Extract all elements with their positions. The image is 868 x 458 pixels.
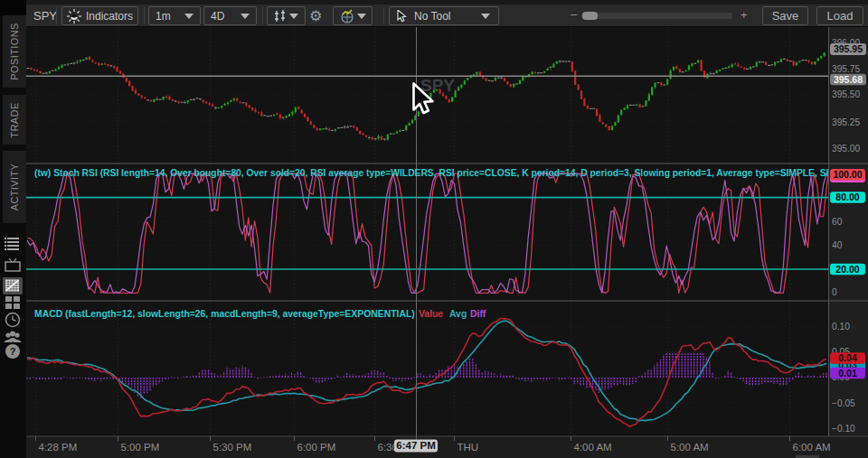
svg-text:0: 0 (832, 287, 837, 297)
svg-text:(tw) Stoch RSI (RSI length=14,: (tw) Stoch RSI (RSI length=14, Over boug… (34, 168, 837, 178)
svg-text:6:47 PM: 6:47 PM (396, 440, 435, 451)
svg-text:395.00: 395.00 (832, 144, 860, 154)
svg-text:Avg: Avg (449, 309, 467, 319)
svg-text:395.68: 395.68 (834, 74, 863, 85)
svg-text:395.95: 395.95 (834, 43, 863, 54)
svg-text:60: 60 (832, 217, 843, 227)
svg-text:4:28 PM: 4:28 PM (39, 442, 78, 453)
svg-text:100.00: 100.00 (833, 169, 862, 180)
svg-text:80.00: 80.00 (835, 192, 859, 202)
svg-text:395.75: 395.75 (832, 64, 860, 74)
svg-text:395.50: 395.50 (832, 89, 860, 99)
svg-text:SPY: SPY (420, 76, 455, 95)
svg-text:Diff: Diff (470, 309, 486, 319)
svg-text:?: ? (10, 346, 16, 357)
svg-text:5:30 PM: 5:30 PM (213, 442, 252, 453)
svg-text:THU: THU (458, 442, 479, 453)
svg-text:4:00 AM: 4:00 AM (574, 442, 612, 453)
svg-text:−0.10: −0.10 (832, 424, 855, 434)
svg-text:MACD (fastLength=12, slowLengt: MACD (fastLength=12, slowLength=26, macd… (34, 309, 415, 319)
svg-text:6:00 AM: 6:00 AM (793, 442, 831, 453)
svg-text:6:00 PM: 6:00 PM (297, 442, 336, 453)
svg-text:5:00 PM: 5:00 PM (121, 442, 160, 453)
svg-text:0.01: 0.01 (838, 368, 857, 379)
svg-text:Value: Value (419, 309, 443, 319)
svg-text:0.04: 0.04 (838, 352, 857, 363)
svg-text:5:00 AM: 5:00 AM (671, 442, 709, 453)
svg-text:0.10: 0.10 (832, 322, 850, 332)
svg-text:20.00: 20.00 (835, 264, 859, 275)
svg-text:395.25: 395.25 (832, 117, 860, 127)
svg-text:40: 40 (832, 240, 843, 250)
svg-text:−0.05: −0.05 (832, 398, 855, 408)
